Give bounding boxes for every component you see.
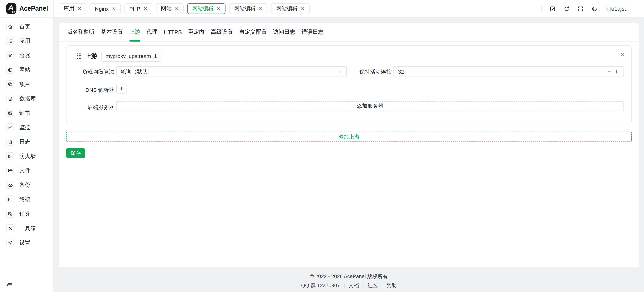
docs-link[interactable]: 文档 xyxy=(348,282,359,289)
keepalive-input[interactable]: 32 − ＋ xyxy=(394,66,624,77)
tab-proxy[interactable]: 代理 xyxy=(146,23,158,41)
page-tab-website-edit-2[interactable]: 网站编辑 ✕ xyxy=(229,3,268,14)
save-button[interactable]: 保存 xyxy=(66,148,85,158)
upstream-card-title: 上游 xyxy=(85,52,97,60)
keepalive-value: 32 xyxy=(398,68,404,75)
globe-icon xyxy=(6,66,14,74)
sidebar-item-toolbox[interactable]: 工具箱 xyxy=(0,221,53,235)
community-link[interactable]: 社区 xyxy=(368,282,378,289)
certificate-icon xyxy=(6,109,14,117)
dns-resolver-label: DNS 解析器 xyxy=(66,86,114,94)
app-root: A ce AcePanel 应用 ✕ Nginx ✕ PHP ✕ 网站 ✕ xyxy=(0,0,644,292)
load-balance-select[interactable]: 轮询（默认） xyxy=(116,66,347,77)
open-page-tabs: 应用 ✕ Nginx ✕ PHP ✕ 网站 ✕ 网站编辑 ✕ 网站编辑 ✕ xyxy=(59,3,310,14)
dark-mode-moon-icon[interactable] xyxy=(592,6,598,12)
qq-group-text: QQ 群 12370907 xyxy=(301,282,340,289)
top-header: A ce AcePanel 应用 ✕ Nginx ✕ PHP ✕ 网站 ✕ xyxy=(0,0,644,18)
apps-grid-icon xyxy=(6,37,14,45)
logo-sub: ce xyxy=(12,10,15,13)
tab-upstream[interactable]: 上游 xyxy=(129,23,140,41)
page-footer: © 2022 - 2026 AcePanel 版权所有 QQ 群 1237090… xyxy=(59,273,639,289)
sponsor-link[interactable]: 赞助 xyxy=(386,282,396,289)
upstream-title-row: 上游 xyxy=(77,51,162,62)
fullscreen-icon[interactable] xyxy=(578,6,584,12)
home-icon xyxy=(6,23,14,30)
add-upstream-button[interactable]: 添加上游 xyxy=(66,132,632,142)
close-icon[interactable]: ✕ xyxy=(112,6,116,11)
upstream-card: ✕ 上游 负载均衡算法 轮询（默认） 保持活动连接 32 xyxy=(66,45,632,124)
sidebar-item-certificates[interactable]: 证书 xyxy=(0,106,53,120)
sidebar-collapse-icon[interactable] xyxy=(6,282,12,288)
tab-redirect[interactable]: 重定向 xyxy=(188,23,205,41)
firewall-icon xyxy=(6,152,14,160)
sidebar-item-apps[interactable]: 应用 xyxy=(0,34,53,48)
backend-servers-label: 后端服务器 xyxy=(66,104,114,111)
gear-icon xyxy=(6,239,14,246)
tab-https[interactable]: HTTPS xyxy=(164,23,182,41)
sidebar-item-monitoring[interactable]: 监控 xyxy=(0,120,53,134)
add-server-button[interactable]: 添加服务器 xyxy=(116,101,624,111)
update-check-icon[interactable] xyxy=(550,6,556,12)
tab-basic-settings[interactable]: 基本设置 xyxy=(101,23,123,41)
sidebar-item-settings[interactable]: 设置 xyxy=(0,235,53,250)
chart-icon xyxy=(6,123,14,131)
minus-icon[interactable]: − xyxy=(607,69,611,74)
sidebar-item-projects[interactable]: 项目 xyxy=(0,77,53,91)
footer-divider xyxy=(382,283,382,288)
close-icon[interactable]: ✕ xyxy=(175,6,178,11)
close-icon[interactable]: ✕ xyxy=(217,6,220,11)
tab-access-log[interactable]: 访问日志 xyxy=(273,23,295,41)
terminal-icon xyxy=(6,195,14,203)
close-icon[interactable]: ✕ xyxy=(259,6,262,11)
sidebar-item-home[interactable]: 首页 xyxy=(0,19,53,34)
page-tab-nginx[interactable]: Nginx ✕ xyxy=(90,3,121,14)
toolbox-icon xyxy=(6,224,14,232)
logo-mark-icon: A ce xyxy=(6,3,16,14)
upstream-name-input[interactable] xyxy=(102,51,162,62)
username[interactable]: hTo1ajsu xyxy=(606,6,628,12)
add-dns-resolver-button[interactable]: ＋ xyxy=(116,84,127,94)
document-icon xyxy=(6,138,14,146)
sidebar-item-backups[interactable]: 备份 xyxy=(0,178,53,192)
sidebar-item-containers[interactable]: 容器 xyxy=(0,48,53,63)
copyright-text: © 2022 - 2026 AcePanel 版权所有 xyxy=(59,273,639,280)
refresh-icon[interactable] xyxy=(564,6,570,12)
logo[interactable]: A ce AcePanel xyxy=(0,0,54,17)
website-edit-panel: 域名和监听 基本设置 上游 代理 HTTPS 重定向 高级设置 自定义配置 访问… xyxy=(59,23,639,267)
close-icon[interactable]: ✕ xyxy=(144,6,147,11)
chevron-down-icon xyxy=(338,69,342,74)
page-tab-php[interactable]: PHP ✕ xyxy=(124,3,152,14)
drag-handle-icon[interactable] xyxy=(77,53,82,59)
windows-icon xyxy=(6,80,14,88)
tab-advanced[interactable]: 高级设置 xyxy=(211,23,233,41)
tab-error-log[interactable]: 错误日志 xyxy=(302,23,324,41)
tab-domains-listen[interactable]: 域名和监听 xyxy=(67,23,95,41)
page-tab-website-edit-active[interactable]: 网站编辑 ✕ xyxy=(187,3,226,14)
cloud-upload-icon xyxy=(6,181,14,189)
sidebar-item-terminal[interactable]: 终端 xyxy=(0,192,53,207)
keepalive-label: 保持活动连接 xyxy=(347,68,392,76)
sidebar-nav: 首页 应用 容器 网站 项目 xyxy=(0,18,54,292)
sidebar-item-databases[interactable]: 数据库 xyxy=(0,91,53,106)
plus-icon[interactable]: ＋ xyxy=(614,69,619,74)
remove-upstream-icon[interactable]: ✕ xyxy=(620,52,624,58)
sidebar-item-firewall[interactable]: 防火墙 xyxy=(0,149,53,163)
close-icon[interactable]: ✕ xyxy=(78,6,82,11)
page-tab-website[interactable]: 网站 ✕ xyxy=(156,3,184,14)
tasks-icon xyxy=(6,210,14,218)
folder-icon xyxy=(6,167,14,175)
sidebar-item-tasks[interactable]: 任务 xyxy=(0,207,53,221)
sidebar-item-files[interactable]: 文件 xyxy=(0,163,53,178)
header-divider xyxy=(541,6,542,12)
database-icon xyxy=(6,95,14,102)
sidebar-item-logs[interactable]: 日志 xyxy=(0,134,53,149)
app-title: AcePanel xyxy=(19,5,48,12)
close-icon[interactable]: ✕ xyxy=(301,6,304,11)
footer-divider xyxy=(344,283,344,288)
page-tab-website-edit-3[interactable]: 网站编辑 ✕ xyxy=(271,3,310,14)
sidebar-item-websites[interactable]: 网站 xyxy=(0,62,53,77)
tab-custom-config[interactable]: 自定义配置 xyxy=(239,23,267,41)
page-tab-apps[interactable]: 应用 ✕ xyxy=(59,3,86,14)
footer-divider xyxy=(363,283,364,288)
layers-icon xyxy=(6,52,14,59)
